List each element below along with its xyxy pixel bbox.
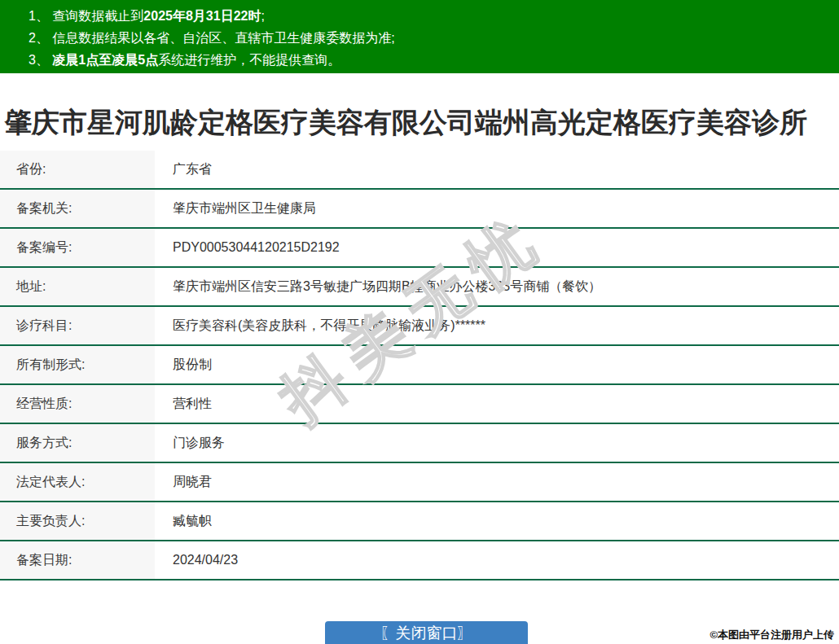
table-row-ownership: 所有制形式:股份制 — [0, 345, 839, 384]
notice-text: ; — [261, 9, 264, 23]
row-label: 所有制形式: — [0, 345, 155, 384]
row-value: 门诊服务 — [155, 423, 839, 462]
table-row-address: 地址:肇庆市端州区信安三路3号敏捷广场四期B幢商业办公楼323号商铺（餐饮） — [0, 267, 839, 306]
row-value: 股份制 — [155, 345, 839, 384]
row-value: 臧毓帜 — [155, 502, 839, 541]
close-window-button[interactable]: 〖关闭窗口〗 — [325, 621, 528, 644]
row-value: PDY00053044120215D2192 — [155, 228, 839, 267]
row-label: 诊疗科目: — [0, 306, 155, 345]
row-label: 经营性质: — [0, 384, 155, 423]
table-row-record-number: 备案编号:PDY00053044120215D2192 — [0, 228, 839, 267]
row-value: 广东省 — [155, 151, 839, 189]
notice-line-1: 1、 查询数据截止到2025年8月31日22时; — [29, 5, 839, 27]
table-row-authority: 备案机关:肇庆市端州区卫生健康局 — [0, 189, 839, 228]
notice-bold-text: 凌晨1点至凌晨5点 — [52, 53, 158, 67]
table-row-business-nature: 经营性质:营利性 — [0, 384, 839, 423]
table-row-legal-representative: 法定代表人:周晓君 — [0, 462, 839, 502]
row-label: 主要负责人: — [0, 502, 155, 541]
table-row-record-date: 备案日期:2024/04/23 — [0, 541, 839, 580]
notice-text: 系统进行维护，不能提供查询。 — [158, 53, 340, 67]
row-label: 服务方式: — [0, 423, 155, 462]
row-label: 省份: — [0, 151, 155, 189]
row-value: 肇庆市端州区信安三路3号敏捷广场四期B幢商业办公楼323号商铺（餐饮） — [155, 267, 839, 306]
table-row-province: 省份:广东省 — [0, 151, 839, 189]
table-row-departments: 诊疗科目:医疗美容科(美容皮肤科，不得开展静脉输液业务)****** — [0, 306, 839, 345]
notice-bold-text: 2025年8月31日22时 — [143, 9, 261, 23]
row-value: 医疗美容科(美容皮肤科，不得开展静脉输液业务)****** — [155, 306, 839, 345]
row-value: 周晓君 — [155, 462, 839, 502]
info-table: 省份:广东省 备案机关:肇庆市端州区卫生健康局 备案编号:PDY00053044… — [0, 151, 839, 580]
row-label: 地址: — [0, 267, 155, 306]
registration-detail-page: 1、 查询数据截止到2025年8月31日22时; 2、 信息数据结果以各省、自治… — [0, 0, 839, 644]
notice-text: 2、 信息数据结果以各省、自治区、直辖市卫生健康委数据为准; — [29, 31, 395, 45]
notice-banner: 1、 查询数据截止到2025年8月31日22时; 2、 信息数据结果以各省、自治… — [0, 0, 839, 73]
table-row-service-mode: 服务方式:门诊服务 — [0, 423, 839, 462]
notice-text: 1、 查询数据截止到 — [29, 9, 143, 23]
notice-line-2: 2、 信息数据结果以各省、自治区、直辖市卫生健康委数据为准; — [29, 27, 839, 49]
row-value: 2024/04/23 — [155, 541, 839, 580]
row-label: 备案编号: — [0, 228, 155, 267]
copyright-watermark: ©本图由平台注册用户上传 — [709, 628, 834, 642]
row-label: 法定代表人: — [0, 462, 155, 502]
notice-line-3: 3、 凌晨1点至凌晨5点系统进行维护，不能提供查询。 — [29, 49, 839, 71]
row-label: 备案日期: — [0, 541, 155, 580]
table-row-principal: 主要负责人:臧毓帜 — [0, 502, 839, 541]
row-value: 营利性 — [155, 384, 839, 423]
row-label: 备案机关: — [0, 189, 155, 228]
row-value: 肇庆市端州区卫生健康局 — [155, 189, 839, 228]
page-title: 肇庆市星河肌龄定格医疗美容有限公司端州高光定格医疗美容诊所 — [4, 107, 839, 137]
notice-text: 3、 — [29, 53, 52, 67]
